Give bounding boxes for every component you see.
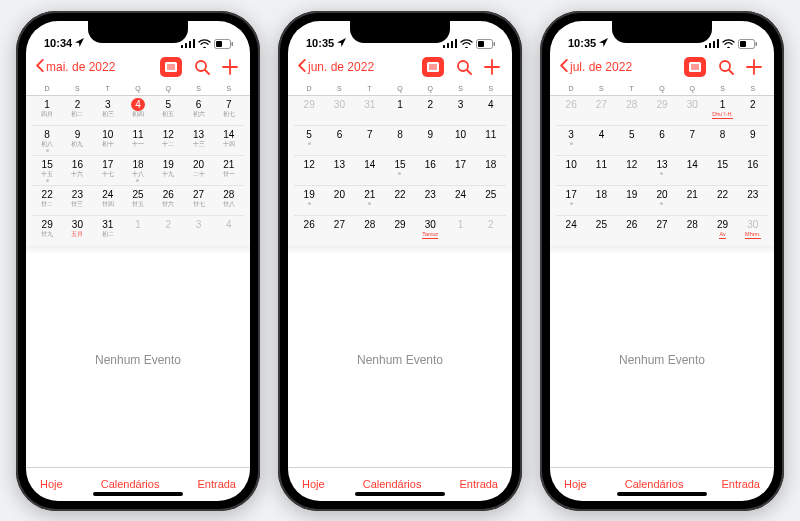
day-cell[interactable]: 15 — [707, 156, 737, 185]
day-cell[interactable]: 28 — [355, 216, 385, 246]
day-cell[interactable]: 31 — [355, 96, 385, 125]
day-cell[interactable]: 22 — [385, 186, 415, 215]
day-cell[interactable]: 2 — [153, 216, 183, 246]
day-cell[interactable]: 10 — [445, 126, 475, 155]
add-event-button[interactable] — [746, 59, 762, 75]
home-indicator[interactable] — [355, 492, 445, 496]
day-cell[interactable]: 11 — [586, 156, 616, 185]
day-cell[interactable]: 2 — [738, 96, 768, 125]
day-cell[interactable]: 5 — [617, 126, 647, 155]
day-cell[interactable]: 18 — [586, 186, 616, 215]
day-cell[interactable]: 27廿七 — [183, 186, 213, 215]
day-cell[interactable]: 25廿五 — [123, 186, 153, 215]
day-cell[interactable]: 18十八 — [123, 156, 153, 185]
back-button[interactable]: jun. de 2022 — [298, 59, 422, 75]
add-event-button[interactable] — [484, 59, 500, 75]
back-button[interactable]: jul. de 2022 — [560, 59, 684, 75]
list-view-button[interactable] — [422, 57, 444, 77]
search-button[interactable] — [718, 59, 734, 75]
day-cell[interactable]: 22廿二 — [32, 186, 62, 215]
day-cell[interactable]: 9 — [415, 126, 445, 155]
list-view-button[interactable] — [684, 57, 706, 77]
day-cell[interactable]: 31初二 — [93, 216, 123, 246]
month-grid[interactable]: 26272829301Dhuʻl-H.234567891011121314151… — [550, 96, 774, 246]
day-cell[interactable]: 25 — [586, 216, 616, 246]
calendars-button[interactable]: Calendários — [101, 478, 160, 490]
day-cell[interactable]: 30Tamuz — [415, 216, 445, 246]
day-cell[interactable]: 21廿一 — [214, 156, 244, 185]
day-cell[interactable]: 12 — [294, 156, 324, 185]
day-cell[interactable]: 3 — [183, 216, 213, 246]
day-cell[interactable]: 16 — [738, 156, 768, 185]
day-cell[interactable]: 13十三 — [183, 126, 213, 155]
day-cell[interactable]: 6初六 — [183, 96, 213, 125]
day-cell[interactable]: 26廿六 — [153, 186, 183, 215]
day-cell[interactable]: 1四月 — [32, 96, 62, 125]
day-cell[interactable]: 24廿四 — [93, 186, 123, 215]
day-cell[interactable]: 1 — [385, 96, 415, 125]
day-cell[interactable]: 5 — [294, 126, 324, 155]
day-cell[interactable]: 24 — [556, 216, 586, 246]
day-cell[interactable]: 20 — [324, 186, 354, 215]
day-cell[interactable]: 30 — [324, 96, 354, 125]
day-cell[interactable]: 16 — [415, 156, 445, 185]
day-cell[interactable]: 1 — [445, 216, 475, 246]
day-cell[interactable]: 18 — [476, 156, 506, 185]
calendars-button[interactable]: Calendários — [363, 478, 422, 490]
day-cell[interactable]: 23廿三 — [62, 186, 92, 215]
day-cell[interactable]: 4 — [476, 96, 506, 125]
day-cell[interactable]: 7 — [677, 126, 707, 155]
day-cell[interactable]: 20二十 — [183, 156, 213, 185]
day-cell[interactable]: 10初十 — [93, 126, 123, 155]
day-cell[interactable]: 20 — [647, 186, 677, 215]
day-cell[interactable]: 21 — [677, 186, 707, 215]
day-cell[interactable]: 6 — [324, 126, 354, 155]
day-cell[interactable]: 22 — [707, 186, 737, 215]
day-cell[interactable]: 6 — [647, 126, 677, 155]
day-cell[interactable]: 9初九 — [62, 126, 92, 155]
day-cell[interactable]: 26 — [556, 96, 586, 125]
day-cell[interactable]: 30Mhrm. — [738, 216, 768, 246]
day-cell[interactable]: 23 — [738, 186, 768, 215]
day-cell[interactable]: 10 — [556, 156, 586, 185]
day-cell[interactable]: 4初四 — [123, 96, 153, 125]
day-cell[interactable]: 28 — [617, 96, 647, 125]
month-grid[interactable]: 2930311234567891011121314151617181920212… — [288, 96, 512, 246]
day-cell[interactable]: 3初三 — [93, 96, 123, 125]
day-cell[interactable]: 30 — [677, 96, 707, 125]
day-cell[interactable]: 26 — [617, 216, 647, 246]
day-cell[interactable]: 26 — [294, 216, 324, 246]
day-cell[interactable]: 7 — [355, 126, 385, 155]
day-cell[interactable]: 19 — [617, 186, 647, 215]
day-cell[interactable]: 15十五 — [32, 156, 62, 185]
day-cell[interactable]: 7初七 — [214, 96, 244, 125]
day-cell[interactable]: 12十二 — [153, 126, 183, 155]
day-cell[interactable]: 19十九 — [153, 156, 183, 185]
day-cell[interactable]: 4 — [214, 216, 244, 246]
day-cell[interactable]: 30五月 — [62, 216, 92, 246]
home-indicator[interactable] — [93, 492, 183, 496]
list-view-button[interactable] — [160, 57, 182, 77]
day-cell[interactable]: 14 — [677, 156, 707, 185]
day-cell[interactable]: 8 — [707, 126, 737, 155]
day-cell[interactable]: 19 — [294, 186, 324, 215]
back-button[interactable]: mai. de 2022 — [36, 59, 160, 75]
day-cell[interactable]: 1Dhuʻl-H. — [707, 96, 737, 125]
day-cell[interactable]: 11十一 — [123, 126, 153, 155]
day-cell[interactable]: 29 — [385, 216, 415, 246]
day-cell[interactable]: 29 — [294, 96, 324, 125]
day-cell[interactable]: 8初八 — [32, 126, 62, 155]
day-cell[interactable]: 17十七 — [93, 156, 123, 185]
day-cell[interactable]: 14 — [355, 156, 385, 185]
day-cell[interactable]: 1 — [123, 216, 153, 246]
day-cell[interactable]: 24 — [445, 186, 475, 215]
add-event-button[interactable] — [222, 59, 238, 75]
day-cell[interactable]: 3 — [556, 126, 586, 155]
day-cell[interactable]: 11 — [476, 126, 506, 155]
day-cell[interactable]: 8 — [385, 126, 415, 155]
inbox-button[interactable]: Entrada — [721, 478, 760, 490]
day-cell[interactable]: 3 — [445, 96, 475, 125]
day-cell[interactable]: 13 — [647, 156, 677, 185]
day-cell[interactable]: 28 — [677, 216, 707, 246]
inbox-button[interactable]: Entrada — [197, 478, 236, 490]
